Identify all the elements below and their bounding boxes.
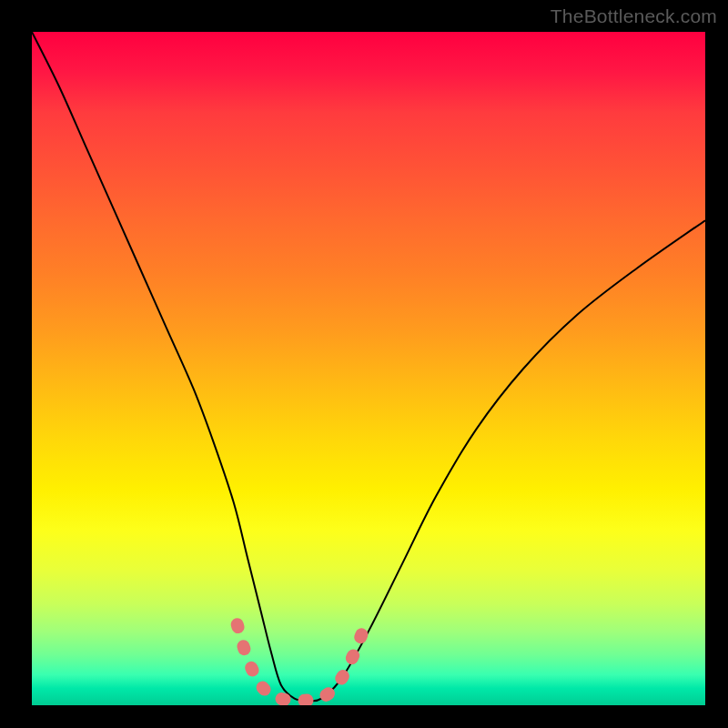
watermark-text: TheBottleneck.com: [551, 5, 717, 27]
chart-svg: [32, 32, 705, 705]
bottleneck-curve-path: [32, 32, 705, 701]
chart-area: [32, 32, 705, 705]
optimal-range-marker-path: [238, 624, 366, 701]
